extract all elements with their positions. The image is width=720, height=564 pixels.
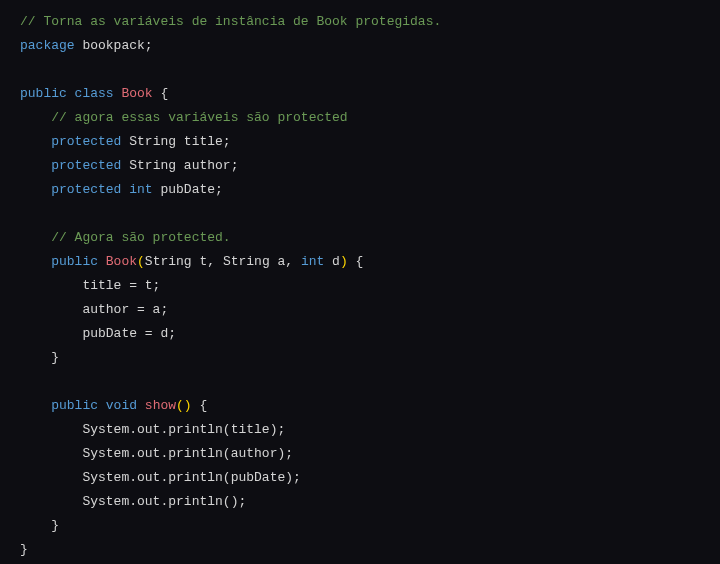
args: (author); [223, 446, 293, 461]
comment: // Torna as variáveis de instância de Bo… [20, 14, 441, 29]
class-name: Book [114, 86, 153, 101]
code-line: author = a; [20, 298, 700, 322]
statement: pubDate = d; [20, 326, 176, 341]
code-line: // Agora são protected. [20, 226, 700, 250]
keyword-package: package [20, 38, 75, 53]
blank-line [20, 202, 700, 226]
code-line: public class Book { [20, 82, 700, 106]
code-line: System.out.println(); [20, 490, 700, 514]
punct: ; [231, 158, 239, 173]
method-name: show [137, 398, 176, 413]
punct: , [285, 254, 301, 269]
paren: ) [340, 254, 348, 269]
constructor-name: Book [98, 254, 137, 269]
comment: // agora essas variáveis são protected [20, 110, 348, 125]
code-line: public void show() { [20, 394, 700, 418]
brace: { [153, 86, 169, 101]
args: (pubDate); [223, 470, 301, 485]
punct: ; [215, 182, 223, 197]
field-name: pubDate [153, 182, 215, 197]
code-line: public Book(String t, String a, int d) { [20, 250, 700, 274]
blank-line [20, 370, 700, 394]
brace: } [20, 350, 59, 365]
keyword-void: void [98, 398, 137, 413]
keyword-class: class [67, 86, 114, 101]
punct: , [207, 254, 223, 269]
type-int: int [121, 182, 152, 197]
statement: title = t; [20, 278, 160, 293]
code-line: } [20, 346, 700, 370]
brace: { [192, 398, 208, 413]
code-line: } [20, 514, 700, 538]
keyword-public: public [20, 398, 98, 413]
call: System.out.println [20, 422, 223, 437]
identifier: bookpack [75, 38, 145, 53]
brace: { [348, 254, 364, 269]
code-line: } [20, 538, 700, 562]
blank-line [20, 58, 700, 82]
paren: () [176, 398, 192, 413]
type: String [121, 134, 176, 149]
code-line: protected String title; [20, 130, 700, 154]
code-line: protected String author; [20, 154, 700, 178]
brace: } [20, 518, 59, 533]
statement: author = a; [20, 302, 168, 317]
code-line: title = t; [20, 274, 700, 298]
field-name: author [176, 158, 231, 173]
param-name: a [270, 254, 286, 269]
keyword-protected: protected [20, 134, 121, 149]
punct: ; [145, 38, 153, 53]
brace: } [20, 542, 28, 557]
code-line: // agora essas variáveis são protected [20, 106, 700, 130]
code-line: System.out.println(title); [20, 418, 700, 442]
comment: // Agora são protected. [20, 230, 231, 245]
keyword-public: public [20, 254, 98, 269]
field-name: title [176, 134, 223, 149]
args: (); [223, 494, 246, 509]
args: (title); [223, 422, 285, 437]
param-type: String [145, 254, 192, 269]
keyword-protected: protected [20, 182, 121, 197]
call: System.out.println [20, 446, 223, 461]
code-line: System.out.println(author); [20, 442, 700, 466]
param-type: String [223, 254, 270, 269]
param-name: d [324, 254, 340, 269]
type-int: int [301, 254, 324, 269]
paren: ( [137, 254, 145, 269]
code-editor: // Torna as variáveis de instância de Bo… [20, 10, 700, 562]
call: System.out.println [20, 494, 223, 509]
call: System.out.println [20, 470, 223, 485]
code-line: package bookpack; [20, 34, 700, 58]
param-name: t [192, 254, 208, 269]
type: String [121, 158, 176, 173]
code-line: protected int pubDate; [20, 178, 700, 202]
code-line: System.out.println(pubDate); [20, 466, 700, 490]
code-line: pubDate = d; [20, 322, 700, 346]
keyword-protected: protected [20, 158, 121, 173]
keyword-public: public [20, 86, 67, 101]
code-line: // Torna as variáveis de instância de Bo… [20, 10, 700, 34]
punct: ; [223, 134, 231, 149]
